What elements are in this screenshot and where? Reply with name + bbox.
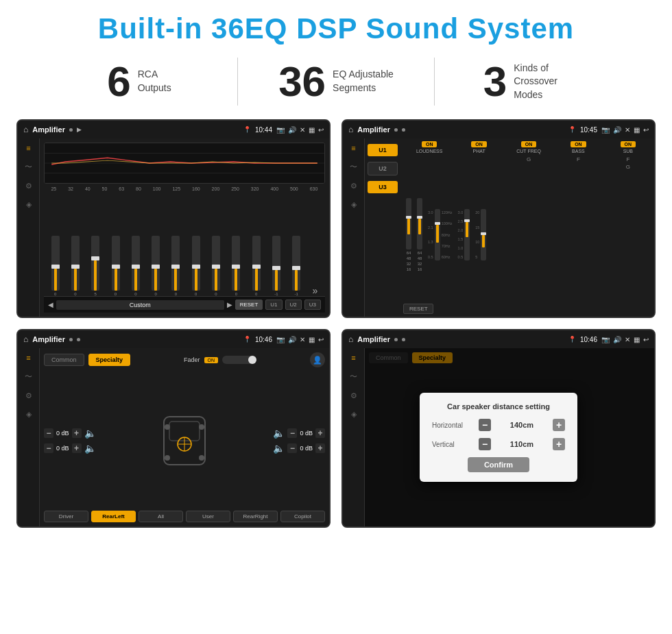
dl-icon-settings[interactable]: ⚙ <box>350 391 357 400</box>
sp-volume-icon: 🔊 <box>288 336 296 343</box>
sp-speaker-icon-1: 🔈 <box>84 428 96 439</box>
sp-btn-all[interactable]: All <box>139 511 183 522</box>
sp-plus-1[interactable]: + <box>72 428 82 438</box>
sp-minus-2[interactable]: − <box>44 443 53 453</box>
close-icon[interactable]: ✕ <box>300 126 305 134</box>
eq-slider-10: 0 <box>232 236 240 296</box>
cx-phat-on[interactable]: ON <box>471 141 487 147</box>
sp-icon-settings[interactable]: ⚙ <box>25 391 32 400</box>
eq-status-dot <box>69 128 73 132</box>
sp-btn-user[interactable]: User <box>186 511 230 522</box>
cx-reset-btn[interactable]: RESET <box>403 304 433 314</box>
cx-sub-col: ON SUB <box>605 141 651 154</box>
eq-reset-btn[interactable]: RESET <box>235 300 263 310</box>
back-icon[interactable]: ↩ <box>318 126 324 134</box>
cx-icon-speaker[interactable]: ◈ <box>351 200 357 209</box>
sp-minus-4[interactable]: − <box>287 443 297 453</box>
sp-btn-rearright[interactable]: RearRight <box>233 511 278 522</box>
dl-icon-wave[interactable]: 〜 <box>350 371 357 382</box>
eq-u3-btn[interactable]: U3 <box>304 300 321 310</box>
dl-grid-icon: ▦ <box>634 336 640 343</box>
sp-fader-knob[interactable] <box>248 356 256 364</box>
location-icon: 📍 <box>243 126 251 133</box>
stat-crossover: 3 Kinds of Crossover Modes <box>435 60 631 103</box>
eq-icon-active[interactable]: ≡ <box>26 144 30 152</box>
sp-icon-wave[interactable]: 〜 <box>25 371 32 382</box>
eq-u2-btn[interactable]: U2 <box>285 300 302 310</box>
eq-slider-2: 0 <box>71 236 80 296</box>
cx-sub-on[interactable]: ON <box>621 141 636 147</box>
cx-bass-on[interactable]: ON <box>571 141 586 147</box>
cx-icon-settings[interactable]: ⚙ <box>350 182 357 191</box>
dl-close-icon[interactable]: ✕ <box>625 336 630 343</box>
dl-vertical-minus[interactable]: − <box>479 438 491 450</box>
cx-icon-eq[interactable]: ≡ <box>351 144 355 152</box>
sp-icon-eq[interactable]: ≡ <box>26 354 30 362</box>
volume-icon: 🔊 <box>288 126 296 134</box>
cx-bass-col: ON BASS <box>555 141 601 154</box>
eq-play-icon[interactable]: ▶ <box>77 126 82 133</box>
dl-horizontal-minus[interactable]: − <box>479 419 491 431</box>
eq-icon-settings[interactable]: ⚙ <box>25 182 32 191</box>
eq-u1-btn[interactable]: U1 <box>265 300 282 310</box>
stats-row: 6 RCA Outputs 36 EQ Adjustable Segments … <box>0 52 672 117</box>
dl-confirm-button[interactable]: Confirm <box>468 457 529 472</box>
sp-fader-on[interactable]: ON <box>204 357 219 363</box>
sp-close-icon[interactable]: ✕ <box>300 336 305 343</box>
sp-plus-2[interactable]: + <box>72 443 82 453</box>
cx-icon-wave[interactable]: 〜 <box>350 162 357 172</box>
cx-u2-btn[interactable]: U2 <box>368 162 398 175</box>
sp-btn-rearleft[interactable]: RearLeft <box>91 511 136 522</box>
dl-icon-eq[interactable]: ≡ <box>351 354 355 362</box>
screens-grid: ⌂ Amplifier ▶ 📍 10:44 📷 🔊 ✕ ▦ ↩ ≡ 〜 ⚙ ◈ <box>0 117 672 535</box>
sp-tab-specialty[interactable]: Specialty <box>88 354 131 366</box>
sp-bottom-row: Driver RearLeft All User RearRight Copil… <box>44 511 325 522</box>
cx-close-icon[interactable]: ✕ <box>625 126 630 134</box>
sp-btn-driver[interactable]: Driver <box>44 511 88 522</box>
eq-slider-5: 0 <box>132 236 140 296</box>
cx-groups: U1 U2 U3 <box>365 138 400 317</box>
eq-icon-wave[interactable]: 〜 <box>25 162 32 172</box>
sp-icon-distribute[interactable]: ◈ <box>26 410 32 419</box>
dl-back-icon[interactable]: ↩ <box>643 336 649 343</box>
cx-u3-btn[interactable]: U3 <box>368 181 398 193</box>
sp-plus-4[interactable]: + <box>315 443 325 453</box>
sp-db-4: 0 dB <box>300 445 313 452</box>
cx-topbar-icons: 📷 🔊 ✕ ▦ ↩ <box>601 126 649 134</box>
dl-vertical-row: Vertical − 110cm + <box>432 438 565 450</box>
sp-plus-3[interactable]: + <box>315 428 325 438</box>
sp-home-icon[interactable]: ⌂ <box>23 334 28 344</box>
cx-back-icon[interactable]: ↩ <box>643 126 649 134</box>
eq-topbar-icons: 📷 🔊 ✕ ▦ ↩ <box>276 126 324 134</box>
eq-icon-speaker[interactable]: ◈ <box>26 200 32 209</box>
sp-btn-copilot[interactable]: Copilot <box>280 511 325 522</box>
sp-tab-common[interactable]: Common <box>44 354 84 366</box>
sp-minus-3[interactable]: − <box>287 428 297 438</box>
dl-vertical-plus[interactable]: + <box>553 438 565 450</box>
eq-slider-4: 0 <box>112 236 120 296</box>
sp-profile-icon[interactable]: 👤 <box>310 352 325 367</box>
home-icon[interactable]: ⌂ <box>23 125 28 134</box>
eq-freq-labels: 25 32 40 50 63 80 100 125 160 200 250 32… <box>44 186 325 191</box>
eq-next-btn[interactable]: ▶ <box>227 301 232 308</box>
dl-sidebar: ≡ 〜 ⚙ ◈ <box>343 348 365 526</box>
dl-volume-icon: 🔊 <box>613 336 621 343</box>
cx-status-dot2 <box>402 128 405 132</box>
sp-fader-track[interactable] <box>222 356 256 364</box>
eq-graph <box>44 143 325 184</box>
eq-prev-btn[interactable]: ◀ <box>48 301 53 308</box>
sp-status-dot2 <box>77 338 80 341</box>
cx-home-icon[interactable]: ⌂ <box>348 125 353 134</box>
dl-icon-distribute[interactable]: ◈ <box>351 410 357 419</box>
sp-content: ≡ 〜 ⚙ ◈ Common Specialty Fader ON <box>18 348 329 526</box>
sp-topbar-icons: 📷 🔊 ✕ ▦ ↩ <box>276 336 324 343</box>
dl-home-icon[interactable]: ⌂ <box>348 334 353 344</box>
cx-loudness-on[interactable]: ON <box>422 141 437 147</box>
dl-horizontal-plus[interactable]: + <box>553 419 565 431</box>
cx-u1-btn[interactable]: U1 <box>368 144 398 156</box>
cx-cutfreq-on[interactable]: ON <box>521 141 537 147</box>
sp-minus-1[interactable]: − <box>44 428 53 438</box>
eq-more-arrow[interactable]: » <box>313 285 318 296</box>
sp-back-icon[interactable]: ↩ <box>318 336 324 343</box>
eq-slider-8: 0 <box>192 236 200 296</box>
